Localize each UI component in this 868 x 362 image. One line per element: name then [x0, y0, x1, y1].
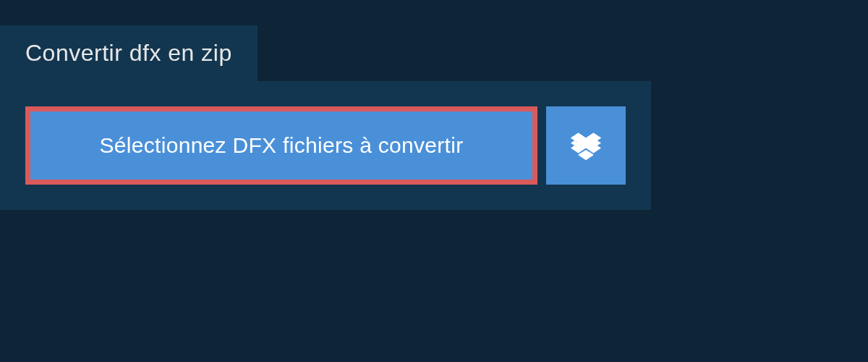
- button-row: Sélectionnez DFX fichiers à convertir: [25, 106, 626, 185]
- select-files-button[interactable]: Sélectionnez DFX fichiers à convertir: [25, 106, 537, 185]
- upload-panel: Sélectionnez DFX fichiers à convertir: [0, 81, 651, 210]
- dropbox-icon: [571, 130, 601, 161]
- tab-convert[interactable]: Convertir dfx en zip: [0, 25, 258, 81]
- dropbox-button[interactable]: [546, 106, 626, 185]
